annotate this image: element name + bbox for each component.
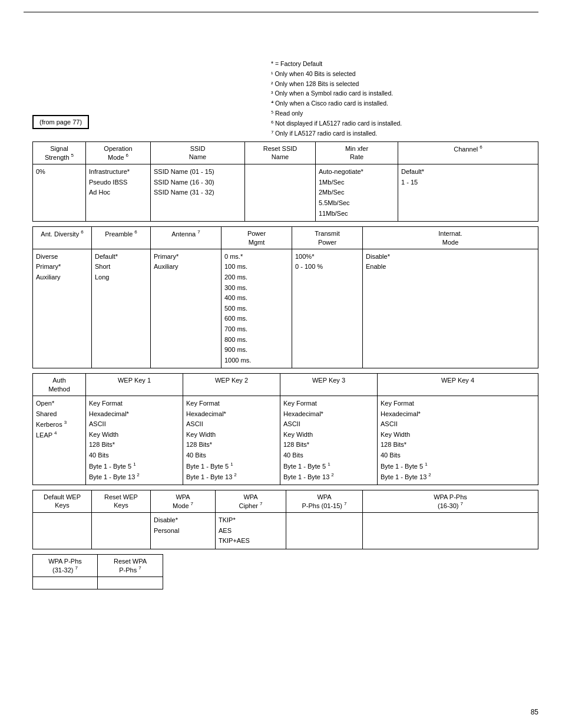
row5-headers: WPA P-Phs(31-32) 7 Reset WPAP-Phs 7: [33, 555, 163, 577]
row1-val-signal: 0%: [33, 164, 86, 221]
row4-header-defwep: Default WEPKeys: [33, 490, 92, 512]
row2-val-preamble: Default*ShortLong: [92, 249, 151, 368]
legend-item-3: ³ Only when a Symbol radio card is insta…: [271, 88, 402, 98]
row2-val-antenna: Primary*Auxiliary: [151, 249, 222, 368]
row1-val-resetssid: [245, 164, 316, 221]
row1-header-opmode: OperationMode 6: [86, 142, 151, 164]
row2-headers: Ant. Diversity 6 Preamble 6 Antenna 7 Po…: [33, 227, 538, 249]
row4-val-wpaphs1630: [363, 513, 538, 549]
row2-val-txpower: 100%*0 - 100 %: [292, 249, 363, 368]
row5-header-resetwpaphs: Reset WPAP-Phs 7: [98, 555, 163, 577]
row1-values: 0% Infrastructure*Pseudo IBSSAd Hoc SSID…: [33, 164, 538, 221]
legend-item-7: ⁷ Only if LA5127 radio card is installed…: [271, 129, 402, 139]
row3-val-wepkey4: Key FormatHexadecimal*ASCIIKey Width128 …: [378, 396, 538, 485]
row1-header-minxfer: Min xferRate: [316, 142, 398, 164]
row3-headers: AuthMethod WEP Key 1 WEP Key 2 WEP Key 3…: [33, 374, 538, 396]
row5-val-wpaphs3132: [33, 577, 98, 589]
row2-header-antenna: Antenna 7: [151, 227, 222, 249]
row3-values: Open*SharedKerberos 3LEAP 4 Key FormatHe…: [33, 396, 538, 485]
legend-item-4: ⁴ Only when a Cisco radio card is instal…: [271, 98, 402, 108]
row2-header-txpower: TransmitPower: [292, 227, 363, 249]
row5-section: WPA P-Phs(31-32) 7 Reset WPAP-Phs 7: [32, 554, 163, 589]
row4-header-wpamode: WPAMode 7: [151, 490, 216, 512]
legend-item-1: ¹ Only when 40 Bits is selected: [271, 69, 402, 79]
row1-val-opmode: Infrastructure*Pseudo IBSSAd Hoc: [86, 164, 151, 221]
schema-container: SignalStrength 5 OperationMode 6 SSIDNam…: [32, 141, 538, 594]
legend-item-2: ² Only when 128 Bits is selected: [271, 79, 402, 89]
row1-header-signal: SignalStrength 5: [33, 142, 86, 164]
row4-val-wpaphs0115: [286, 513, 363, 549]
legend-item-0: * = Factory Default: [271, 59, 402, 69]
row4-val-wpacipher: TKIP*AESTKIP+AES: [216, 513, 286, 549]
row3-val-wepkey2: Key FormatHexadecimal*ASCIIKey Width128 …: [183, 396, 280, 485]
row4-val-defwep: [33, 513, 92, 549]
row3-val-wepkey1: Key FormatHexadecimal*ASCIIKey Width128 …: [86, 396, 183, 485]
row4-header-wpacipher: WPACipher 7: [216, 490, 286, 512]
row2-section: Ant. Diversity 6 Preamble 6 Antenna 7 Po…: [32, 226, 538, 368]
row3-header-wepkey1: WEP Key 1: [86, 374, 183, 396]
row2-header-antdiv: Ant. Diversity 6: [33, 227, 92, 249]
legend-item-5: ⁵ Read only: [271, 108, 402, 118]
row1-section: SignalStrength 5 OperationMode 6 SSIDNam…: [32, 141, 538, 222]
row1-header-ssid: SSIDName: [151, 142, 245, 164]
row1-headers: SignalStrength 5 OperationMode 6 SSIDNam…: [33, 142, 538, 164]
from-page-box: (from page 77): [32, 115, 89, 129]
row4-section: Default WEPKeys Reset WEPKeys WPAMode 7 …: [32, 490, 538, 549]
row2-header-preamble: Preamble 6: [92, 227, 151, 249]
row2-val-internat: Disable*Enable: [363, 249, 538, 368]
row2-header-internat: Internat.Mode: [363, 227, 538, 249]
row1-header-resetssid: Reset SSIDName: [245, 142, 316, 164]
row3-section: AuthMethod WEP Key 1 WEP Key 2 WEP Key 3…: [32, 373, 538, 485]
legend-item-6: ⁶ Not displayed if LA5127 radio card is …: [271, 118, 402, 129]
row5-header-wpaphs3132: WPA P-Phs(31-32) 7: [33, 555, 98, 577]
row2-val-antdiv: DiversePrimary*Auxiliary: [33, 249, 92, 368]
row2-header-powermgmt: PowerMgmt: [222, 227, 292, 249]
row3-val-auth: Open*SharedKerberos 3LEAP 4: [33, 396, 86, 485]
row5-values: [33, 577, 163, 589]
row4-header-wpaphs0115: WPAP-Phs (01-15) 7: [286, 490, 363, 512]
row3-header-auth: AuthMethod: [33, 374, 86, 396]
row3-header-wepkey4: WEP Key 4: [378, 374, 538, 396]
row4-values: Disable*Personal TKIP*AESTKIP+AES: [33, 513, 538, 549]
row1-header-channel: Channel 6: [398, 142, 538, 164]
page-container: * = Factory Default ¹ Only when 40 Bits …: [0, 0, 562, 728]
row4-header-resetwep: Reset WEPKeys: [92, 490, 151, 512]
row3-header-wepkey2: WEP Key 2: [183, 374, 280, 396]
top-line: [24, 12, 538, 12]
row1-val-ssid: SSID Name (01 - 15)SSID Name (16 - 30)SS…: [151, 164, 245, 221]
row2-values: DiversePrimary*Auxiliary Default*ShortLo…: [33, 249, 538, 368]
row3-header-wepkey3: WEP Key 3: [280, 374, 378, 396]
row1-val-channel: Default*1 - 15: [398, 164, 538, 221]
row4-val-resetwep: [92, 513, 151, 549]
page-number: 85: [531, 708, 538, 716]
row1-val-minxfer: Auto-negotiate*1Mb/Sec2Mb/Sec5.5Mb/Sec11…: [316, 164, 398, 221]
row2-val-powermgmt: 0 ms.*100 ms.200 ms.300 ms.400 ms.500 ms…: [222, 249, 292, 368]
row4-val-wpamode: Disable*Personal: [151, 513, 216, 549]
legend-area: * = Factory Default ¹ Only when 40 Bits …: [271, 59, 402, 138]
row5-val-resetwpaphs: [98, 577, 163, 589]
row3-val-wepkey3: Key FormatHexadecimal*ASCIIKey Width128 …: [280, 396, 378, 485]
row4-headers: Default WEPKeys Reset WEPKeys WPAMode 7 …: [33, 490, 538, 513]
row4-header-wpaphs1630: WPA P-Phs(16-30) 7: [363, 490, 538, 512]
